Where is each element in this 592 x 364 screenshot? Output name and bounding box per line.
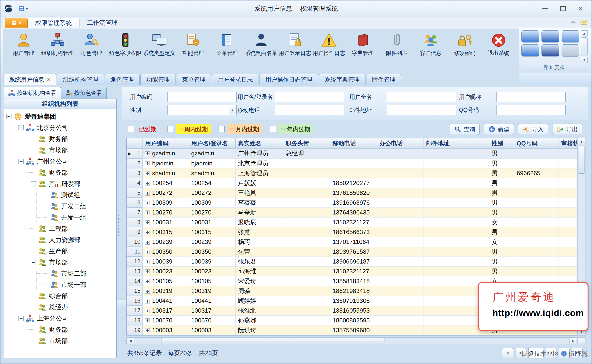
table-row-6[interactable]: 6100309100309李薇薇13916963976男 (127, 198, 577, 208)
tree-item-工程部[interactable]: 工程部 (6, 223, 116, 234)
row-expand-icon[interactable] (145, 151, 150, 156)
document-tab-3[interactable]: 角色管理 (105, 74, 140, 85)
scroll-thumb[interactable] (581, 37, 588, 56)
column-header-性别[interactable]: 性别 (489, 138, 514, 149)
scroll-up-icon[interactable]: ▲ (578, 138, 585, 145)
document-tab-2[interactable]: 组织机构管理 (57, 74, 104, 85)
tree-collapse-icon[interactable] (19, 159, 24, 164)
row-expand-icon[interactable] (145, 220, 150, 225)
search-input-4[interactable] (496, 92, 565, 102)
close-tab-icon[interactable]: × (47, 76, 51, 83)
row-expand-icon[interactable] (145, 181, 150, 186)
document-tab-8[interactable]: 系统字典管理 (319, 74, 365, 85)
scroll-right-icon[interactable]: ▶ (569, 338, 577, 344)
skin-option-6[interactable] (562, 44, 579, 57)
document-tab-9[interactable]: 附件管理 (366, 74, 401, 85)
row-expand-icon[interactable] (145, 328, 150, 333)
search-button[interactable]: 查询 (450, 124, 480, 135)
table-row-13[interactable]: 13100023100023邱海维13102321127男 (127, 266, 577, 276)
tree-item-上海分公司[interactable]: 上海分公司 (6, 313, 116, 324)
tree-item-北京分公司[interactable]: 北京分公司 (6, 122, 116, 133)
table-row-10[interactable]: 10100239100239杨珂13701711064女 (127, 237, 577, 247)
minimize-button[interactable] (536, 3, 554, 14)
tree-item-测试组[interactable]: 测试组 (6, 189, 116, 201)
column-header-真实姓名[interactable]: 真实姓名 (236, 138, 283, 149)
column-header-用户名/登录名[interactable]: 用户名/登录名 (189, 138, 236, 149)
row-expand-icon[interactable] (145, 191, 150, 195)
search-input-3[interactable] (387, 92, 456, 102)
column-header-邮件地址[interactable]: 邮件地址 (424, 138, 489, 149)
tree-item-广州分公司[interactable]: 广州分公司 (6, 156, 116, 167)
column-header-办公电话[interactable]: 办公电话 (377, 138, 424, 149)
row-expand-icon[interactable] (145, 289, 150, 294)
skin-option-3[interactable] (562, 30, 579, 43)
scroll-thumb[interactable] (578, 146, 585, 174)
row-expand-icon[interactable] (145, 201, 150, 205)
tree-collapse-icon[interactable] (19, 125, 24, 130)
tree-collapse-icon[interactable] (31, 260, 36, 265)
tree-item-生产部[interactable]: 生产部 (6, 246, 116, 257)
tree-item-财务部[interactable]: 财务部 (6, 167, 116, 178)
tree-item-市场部[interactable]: 市场部 (6, 335, 116, 346)
document-tab-1[interactable]: 系统用户信息× (3, 74, 56, 85)
table-row-4[interactable]: 4100254100254卢媛媛18502120277男 (127, 178, 577, 188)
column-header-移动电话[interactable]: 移动电话 (330, 138, 377, 149)
table-row-7[interactable]: 7100270100270马亭新13764386435男 (127, 208, 577, 217)
tree-item-产品研发部[interactable]: 产品研发部 (6, 178, 116, 189)
column-header-QQ号码[interactable]: QQ号码 (514, 138, 559, 149)
table-row-11[interactable]: 11100350100350包蕾18939761587男 (127, 247, 577, 257)
scroll-up-icon[interactable]: ▲ (581, 30, 588, 36)
search-input-6[interactable] (275, 105, 344, 115)
table-row-2[interactable]: 2bjadminbjadmin北京管理员男 (127, 158, 577, 168)
search-input-8[interactable] (496, 105, 565, 115)
search-input-1[interactable] (167, 92, 236, 102)
row-expand-icon[interactable] (145, 230, 150, 235)
tree-item-财务部[interactable]: 财务部 (6, 324, 116, 335)
tree-item-爱奇迪集团[interactable]: 爱奇迪集团 (6, 111, 116, 122)
maximize-button[interactable] (554, 3, 572, 14)
column-header-审核状态[interactable]: 审核状态 (559, 138, 577, 149)
scroll-down-icon[interactable]: ▼ (581, 57, 588, 63)
legend-checkbox[interactable] (270, 126, 276, 132)
scroll-thumb[interactable] (161, 338, 384, 344)
ribbon-tab-2[interactable]: 工作流管理 (80, 18, 125, 28)
tree-item-开发一组[interactable]: 开发一组 (6, 212, 116, 223)
skin-option-4[interactable] (521, 44, 539, 57)
export-button[interactable]: 导出 (552, 124, 582, 135)
tree-item-总经办[interactable]: 总经办 (6, 302, 116, 313)
tree-item-财务部[interactable]: 财务部 (6, 133, 116, 145)
mail-icon[interactable] (580, 19, 587, 26)
tree-collapse-icon[interactable] (31, 181, 36, 186)
table-row-8[interactable]: 8100031100031迟晓辰13102321127女 (127, 217, 577, 227)
tree-collapse-icon[interactable] (19, 316, 24, 321)
grid-horizontal-scrollbar[interactable]: ◀ ▶ (126, 337, 577, 344)
pager-first-button[interactable]: |< (502, 348, 513, 358)
tree-item-市场部[interactable]: 市场部 (6, 257, 116, 268)
table-row-1[interactable]: ▶1gzadmingzadmin广州管理员总经理男 (127, 149, 577, 159)
legend-checkbox[interactable] (167, 126, 173, 132)
legend-checkbox[interactable] (128, 126, 134, 132)
search-input-2[interactable] (275, 92, 344, 102)
tree-item-市场一部[interactable]: 市场一部 (6, 279, 116, 290)
row-expand-icon[interactable] (145, 210, 150, 215)
search-input-7[interactable] (387, 105, 456, 115)
ribbon-tab-1[interactable]: 权限管理系统 (28, 18, 80, 28)
column-header-职务头衔[interactable]: 职务头衔 (283, 138, 330, 149)
row-expand-icon[interactable] (145, 318, 150, 323)
add-button[interactable]: 新建 (484, 124, 514, 135)
app-icon[interactable] (4, 4, 13, 13)
scroll-left-icon[interactable]: ◀ (127, 338, 134, 344)
column-header-用户编码[interactable]: 用户编码 (143, 138, 189, 149)
chevron-down-icon[interactable]: ▾ (229, 106, 236, 115)
row-expand-icon[interactable] (145, 250, 150, 254)
row-expand-icon[interactable] (145, 240, 150, 245)
left-tab-2[interactable]: 按角色查看 (61, 87, 107, 99)
tree-item-市场部[interactable]: 市场部 (6, 145, 116, 156)
tree-item-综合部[interactable]: 综合部 (6, 290, 116, 302)
document-tab-6[interactable]: 用户登录日志 (212, 74, 259, 85)
gender-select[interactable]: ▾ (167, 105, 236, 115)
document-tab-5[interactable]: 菜单管理 (176, 74, 211, 85)
row-expand-icon[interactable] (145, 299, 150, 304)
row-expand-icon[interactable] (145, 260, 150, 264)
row-expand-icon[interactable] (145, 162, 150, 166)
